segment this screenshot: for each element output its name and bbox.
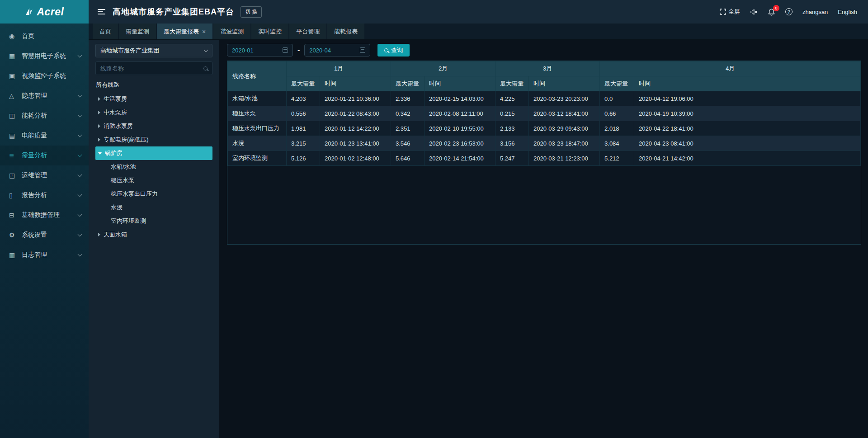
sidebar-item-label: 日志管理 xyxy=(22,251,47,259)
tree-node[interactable]: 消防水泵房 xyxy=(95,119,212,133)
cell-time: 2020-04-12 19:06:00 xyxy=(634,91,861,106)
tree-node[interactable]: 室内环境监测 xyxy=(95,214,212,228)
switch-button[interactable]: 切 换 xyxy=(241,6,262,18)
cell-demand: 5.212 xyxy=(600,151,634,166)
tree-node[interactable]: 天面水箱 xyxy=(95,228,212,241)
sidebar-item-log-management[interactable]: ▥日志管理 xyxy=(0,245,89,265)
end-date-input[interactable]: 2020-04 xyxy=(304,44,370,57)
cell-demand: 2.351 xyxy=(391,121,425,136)
demand-table: 线路名称1月2月3月4月最大需量时间最大需量时间最大需量时间最大需量时间 水箱/… xyxy=(227,61,861,166)
sidebar-item-video-monitor-system[interactable]: ▣视频监控子系统 xyxy=(0,66,89,86)
sidebar-item-smart-power-system[interactable]: ▦智慧用电子系统 xyxy=(0,46,89,66)
company-select[interactable]: 高地城市服务产业集团 xyxy=(95,44,212,57)
tab-item[interactable]: 实时监控 xyxy=(251,24,288,39)
line-search-input[interactable] xyxy=(100,65,203,72)
tree-node-label: 生活泵房 xyxy=(104,95,127,103)
table-row: 水浸3.2152020-01-23 13:41:003.5462020-02-2… xyxy=(228,136,861,151)
tab-item[interactable]: 平台管理 xyxy=(289,24,326,39)
column-header-sub: 时间 xyxy=(425,76,495,91)
chevron-down-icon xyxy=(78,93,82,97)
tree-root-label[interactable]: 所有线路 xyxy=(95,78,212,92)
sidebar-item-ops-management[interactable]: ◰运维管理 xyxy=(0,165,89,185)
caret-down-icon[interactable] xyxy=(98,152,102,155)
fullscreen-button[interactable]: 全屏 xyxy=(720,8,740,16)
cell-time: 2020-04-21 14:42:00 xyxy=(634,151,861,166)
tree-node-label: 专配电房(高低压) xyxy=(104,136,149,144)
tab-item[interactable]: 需量监测 xyxy=(119,24,156,39)
close-icon[interactable]: × xyxy=(202,28,206,35)
tree-node-label: 消防水泵房 xyxy=(104,122,133,130)
cell-time: 2020-04-23 08:41:00 xyxy=(634,136,861,151)
cell-time: 2020-01-23 13:41:00 xyxy=(320,136,391,151)
search-icon[interactable] xyxy=(203,66,208,71)
sidebar: ◉首页▦智慧用电子系统▣视频监控子系统△隐患管理◫能耗分析▤电能质量≡需量分析◰… xyxy=(0,24,89,438)
demand-table-body: 水箱/水池4.2032020-01-21 10:36:002.3362020-0… xyxy=(228,91,861,166)
query-button[interactable]: 查询 xyxy=(377,44,410,57)
sidebar-item-system-settings[interactable]: ⚙系统设置 xyxy=(0,225,89,245)
tree-node[interactable]: 专配电房(高低压) xyxy=(95,133,212,146)
menu-collapse-icon[interactable] xyxy=(98,9,105,14)
monitor-icon: ▣ xyxy=(9,72,17,80)
content-column: 首页需量监测最大需量报表×谐波监测实时监控平台管理能耗报表 高地城市服务产业集团… xyxy=(89,24,868,438)
sidebar-item-hazard-management[interactable]: △隐患管理 xyxy=(0,86,89,106)
app-window: Acrel 高地城市服务产业集团EBA平台 切 换 全屏 xyxy=(0,0,868,438)
sidebar-item-energy-analysis[interactable]: ◫能耗分析 xyxy=(0,106,89,126)
sidebar-item-demand-analysis[interactable]: ≡需量分析 xyxy=(0,146,89,165)
warning-icon: △ xyxy=(9,92,17,99)
tab-item[interactable]: 最大需量报表× xyxy=(157,24,212,39)
notification-badge: 0 xyxy=(773,5,779,11)
company-select-value: 高地城市服务产业集团 xyxy=(100,47,159,55)
sidebar-item-report-analysis[interactable]: ▯报告分析 xyxy=(0,185,89,205)
caret-right-icon[interactable] xyxy=(98,124,100,128)
tree-node[interactable]: 锅炉房 xyxy=(95,146,212,160)
line-tree: 生活泵房中水泵房消防水泵房专配电房(高低压)锅炉房水箱/水池稳压水泵稳压水泵出口… xyxy=(95,92,212,241)
sidebar-item-power-quality[interactable]: ▤电能质量 xyxy=(0,126,89,146)
tree-node[interactable]: 稳压水泵 xyxy=(95,174,212,187)
help-button[interactable]: ? xyxy=(785,8,793,15)
column-header-sub: 时间 xyxy=(320,76,391,91)
tab-item[interactable]: 谐波监测 xyxy=(213,24,250,39)
cell-time: 2020-01-02 12:48:00 xyxy=(320,151,391,166)
username[interactable]: zhangsan xyxy=(802,9,828,15)
tree-node-label: 锅炉房 xyxy=(105,149,123,157)
cell-time: 2020-03-23 20:23:00 xyxy=(529,91,600,106)
language-switch[interactable]: English xyxy=(838,9,857,15)
sidebar-item-label: 运维管理 xyxy=(22,171,47,179)
start-date-input[interactable]: 2020-01 xyxy=(227,44,293,57)
cell-demand: 5.646 xyxy=(391,151,425,166)
notifications-button[interactable]: 0 xyxy=(768,8,775,16)
tree-node[interactable]: 生活泵房 xyxy=(95,92,212,106)
table-row: 水箱/水池4.2032020-01-21 10:36:002.3362020-0… xyxy=(228,91,861,106)
chevron-down-icon xyxy=(78,172,82,177)
tab-item[interactable]: 能耗报表 xyxy=(327,24,364,39)
sidebar-item-base-data-management[interactable]: ⊟基础数据管理 xyxy=(0,205,89,225)
cell-demand: 0.66 xyxy=(600,106,634,121)
brand-logo-text: Acrel xyxy=(37,6,64,18)
speaker-button[interactable] xyxy=(750,9,758,15)
sidebar-item-home[interactable]: ◉首页 xyxy=(0,26,89,46)
caret-right-icon[interactable] xyxy=(98,233,100,236)
cell-time: 2020-03-12 18:41:00 xyxy=(529,106,600,121)
home-icon: ◉ xyxy=(9,33,17,40)
cell-line-name: 稳压水泵 xyxy=(228,106,287,121)
cell-time: 2020-02-15 14:03:00 xyxy=(425,91,495,106)
caret-right-icon[interactable] xyxy=(98,97,100,101)
sidebar-item-label: 系统设置 xyxy=(22,231,47,239)
body-row: ◉首页▦智慧用电子系统▣视频监控子系统△隐患管理◫能耗分析▤电能质量≡需量分析◰… xyxy=(0,24,868,438)
tree-node[interactable]: 中水泵房 xyxy=(95,106,212,119)
column-header-month: 3月 xyxy=(495,61,600,76)
table-row: 室内环境监测5.1262020-01-02 12:48:005.6462020-… xyxy=(228,151,861,166)
caret-right-icon[interactable] xyxy=(98,111,100,114)
column-header-month: 4月 xyxy=(600,61,861,76)
chevron-down-icon xyxy=(78,113,82,117)
document-icon: ▯ xyxy=(9,192,17,199)
sidebar-item-label: 首页 xyxy=(22,32,34,40)
tree-node[interactable]: 水浸 xyxy=(95,201,212,214)
tree-node[interactable]: 水箱/水池 xyxy=(95,160,212,174)
caret-right-icon[interactable] xyxy=(98,138,100,141)
tab-item[interactable]: 首页 xyxy=(93,24,118,39)
cell-time: 2020-02-08 12:11:00 xyxy=(425,106,495,121)
cell-time: 2020-01-12 14:22:00 xyxy=(320,121,391,136)
tree-node[interactable]: 稳压水泵出口压力 xyxy=(95,187,212,201)
cell-demand: 0.556 xyxy=(287,106,320,121)
